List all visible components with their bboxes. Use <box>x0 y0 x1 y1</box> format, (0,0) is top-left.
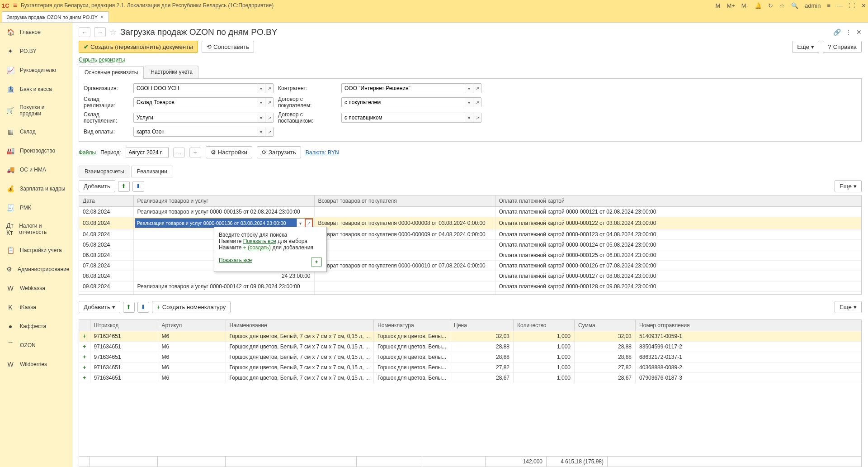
col-qty[interactable]: Количество <box>514 320 575 331</box>
history-icon[interactable]: ↻ <box>768 2 773 9</box>
create-nomenclature-button[interactable]: + Создать номенклатуру <box>152 301 231 313</box>
currency-link[interactable]: Валюта: BYN <box>306 149 339 156</box>
table-row[interactable]: 05.08.202424 23:00:00Оплата платежной ка… <box>79 240 861 250</box>
add-row2-button[interactable]: Добавить ▾ <box>79 301 120 313</box>
close-page-icon[interactable]: ✕ <box>856 29 862 36</box>
create-link[interactable]: + (создать) <box>243 244 271 251</box>
minimize-icon[interactable]: — <box>837 2 843 9</box>
tab-settlements[interactable]: Взаиморасчеты <box>79 166 130 177</box>
dropdown-icon[interactable]: ▾ <box>257 127 265 136</box>
maximize-icon[interactable]: ⛶ <box>849 2 855 9</box>
sklad-real-input[interactable]: ▾↗ <box>133 97 274 107</box>
sidebar-item[interactable]: ⌒OZON <box>0 336 72 355</box>
realization-input[interactable] <box>135 219 297 228</box>
open-icon[interactable]: ↗ <box>265 113 273 122</box>
settings-button[interactable]: ⚙ Настройки <box>206 146 252 158</box>
dropdown-icon[interactable]: ▾ <box>465 84 473 93</box>
col-realization[interactable]: Реализация товаров и услуг <box>133 195 314 207</box>
files-link[interactable]: Файлы <box>79 149 96 156</box>
sidebar-item[interactable]: 🏦Банк и касса <box>0 80 72 99</box>
compare-button[interactable]: ⟲ Сопоставить <box>202 41 254 53</box>
sidebar-item[interactable]: 💰Зарплата и кадры <box>0 179 72 198</box>
table2-more-button[interactable]: Еще ▾ <box>835 301 862 313</box>
help-button[interactable]: ? Справка <box>823 41 862 53</box>
sidebar-item[interactable]: KiKassa <box>0 298 72 317</box>
col-date[interactable]: Дата <box>79 195 133 207</box>
menu-icon[interactable]: ≡ <box>13 1 17 10</box>
sidebar-item[interactable]: 🛒Покупки и продажи <box>0 99 72 122</box>
col-price[interactable]: Цена <box>450 320 514 331</box>
open-icon[interactable]: ↗ <box>473 98 481 107</box>
move-up-button[interactable]: ⬆ <box>118 181 130 192</box>
dropdown-icon[interactable]: ▾ <box>257 98 265 107</box>
tab-close-icon[interactable]: × <box>100 14 104 20</box>
col-article[interactable]: Артикул <box>158 320 226 331</box>
org-input[interactable]: ▾↗ <box>133 83 274 93</box>
table-row[interactable]: 03.08.2024▾↗Возврат товаров от покупател… <box>79 217 861 229</box>
tab-main-requisites[interactable]: Основные реквизиты <box>79 66 144 79</box>
memory-mminus[interactable]: M- <box>741 2 748 9</box>
window-tab[interactable]: Загрузка продаж OZON по дням PO.BY × <box>2 11 109 22</box>
table-row[interactable]: 10.08.2024Реализация товаров и услуг 000… <box>79 292 861 295</box>
load-button[interactable]: ⟳ Загрузить <box>257 146 301 158</box>
table-row[interactable]: 08.08.202424 23:00:00Оплата платежной ка… <box>79 271 861 281</box>
dots-icon[interactable]: ⋮ <box>845 29 852 36</box>
create-documents-button[interactable]: ✔ Создать (перезаполнить) документы <box>79 41 198 53</box>
add-new-button[interactable]: + <box>311 257 322 267</box>
memory-m[interactable]: M <box>716 2 721 9</box>
sidebar-item[interactable]: 📈Руководителю <box>0 61 72 80</box>
table-row[interactable]: +971634651M6Горшок для цветов, Белый, 7 … <box>79 331 861 342</box>
dropdown-icon[interactable]: ▾ <box>257 113 265 122</box>
nav-back-button[interactable]: ← <box>79 27 90 37</box>
hide-requisites-link[interactable]: Скрыть реквизиты <box>72 57 868 66</box>
period-select-button[interactable]: … <box>173 148 185 157</box>
table-row[interactable]: +971634651M6Горшок для цветов, Белый, 7 … <box>79 362 861 373</box>
open-icon[interactable]: ↗ <box>305 219 313 228</box>
table-row[interactable]: 04.08.202424 23:00:00Возврат товаров от … <box>79 229 861 240</box>
more-button[interactable]: Еще ▾ <box>792 41 819 53</box>
close-window-icon[interactable]: ✕ <box>861 2 866 9</box>
add-row-button[interactable]: Добавить <box>79 180 115 192</box>
sklad-post-input[interactable]: ▾↗ <box>133 113 274 123</box>
sidebar-item[interactable]: WWebkassa <box>0 279 72 298</box>
tab-realizations[interactable]: Реализации <box>131 166 173 177</box>
sidebar-item[interactable]: 🚚ОС и НМА <box>0 160 72 179</box>
sidebar-item[interactable]: 🏠Главное <box>0 23 72 42</box>
open-icon[interactable]: ↗ <box>265 127 273 136</box>
table1-more-button[interactable]: Еще ▾ <box>835 180 862 192</box>
move-down2-button[interactable]: ⬇ <box>137 302 149 313</box>
col-barcode[interactable]: Штрихкод <box>90 320 158 331</box>
nav-forward-button[interactable]: → <box>94 27 106 37</box>
sidebar-item[interactable]: ▦Склад <box>0 122 72 141</box>
sidebar-item[interactable]: ●Каффеста <box>0 317 72 336</box>
col-name[interactable]: Наименование <box>226 320 374 331</box>
sidebar-item[interactable]: ⚙Администрирование <box>0 260 72 279</box>
sidebar-item[interactable]: ✦PO.BY <box>0 42 72 61</box>
dog-supp-input[interactable]: ▾↗ <box>341 113 481 123</box>
open-icon[interactable]: ↗ <box>473 113 481 122</box>
link-icon[interactable]: 🔗 <box>833 29 841 36</box>
show-all-bottom-link[interactable]: Показать все <box>219 257 252 263</box>
col-payment[interactable]: Оплата платежной картой <box>495 195 861 207</box>
dog-buy-input[interactable]: ▾↗ <box>341 97 481 107</box>
dropdown-icon[interactable]: ▾ <box>465 113 473 122</box>
tab-accounting-settings[interactable]: Настройки учета <box>145 66 198 78</box>
move-up2-button[interactable]: ⬆ <box>123 302 135 313</box>
sidebar-item[interactable]: 🧾РМК <box>0 198 72 217</box>
settings-icon[interactable]: ≡ <box>827 2 830 9</box>
sidebar-item[interactable]: 🏭Производство <box>0 141 72 160</box>
table-row[interactable]: 07.08.202424 23:00:00Возврат товаров от … <box>79 261 861 271</box>
dropdown-icon[interactable]: ▾ <box>257 84 265 93</box>
sidebar-item[interactable]: Дт КтНалоги и отчетность <box>0 217 72 241</box>
pay-input[interactable]: ▾↗ <box>133 127 274 137</box>
star-icon[interactable]: ☆ <box>779 2 785 9</box>
sidebar-item[interactable]: 📋Настройки учета <box>0 241 72 260</box>
dropdown-icon[interactable]: ▾ <box>297 219 304 228</box>
col-nomenclature[interactable]: Номенклатура <box>374 320 450 331</box>
open-icon[interactable]: ↗ <box>265 84 273 93</box>
dropdown-icon[interactable]: ▾ <box>465 98 473 107</box>
table-row[interactable]: +971634651M6Горшок для цветов, Белый, 7 … <box>79 352 861 362</box>
table-row[interactable]: +971634651M6Горшок для цветов, Белый, 7 … <box>79 342 861 352</box>
open-icon[interactable]: ↗ <box>265 98 273 107</box>
table-row[interactable]: 02.08.2024Реализация товаров и услуг 000… <box>79 207 861 217</box>
